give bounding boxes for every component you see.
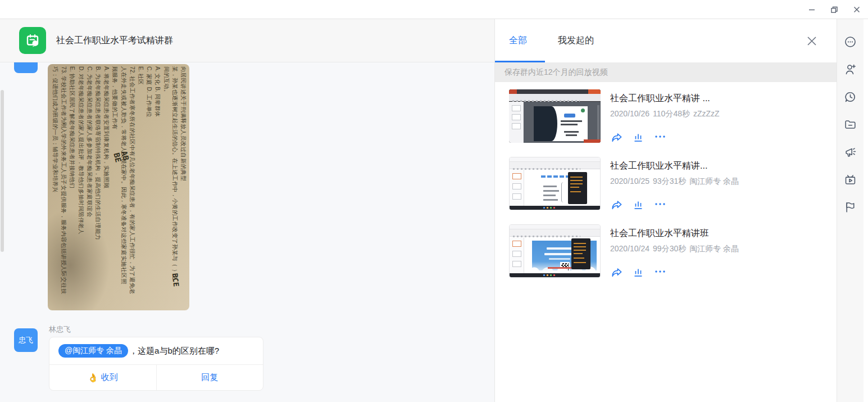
photo-message[interactable]: 向居民讲述关于刑满释放人员改过自新的典型 某，孙某也逐渐树立起生活的信心。在上述… [48,64,189,310]
minimize-icon [808,6,816,13]
more-icon[interactable] [654,198,666,210]
close-icon [806,35,818,47]
share-icon[interactable] [610,198,622,210]
sender-name: 林忠飞 [49,324,71,335]
tab-mine-label: 我发起的 [558,35,594,47]
ack-button[interactable]: 👌 收到 [49,365,156,390]
video-date: 2020/10/24 [610,244,649,254]
video-list-item[interactable]: 社会工作职业水平精讲... 2020/10/25 93分31秒 闽江师专 余晶 [495,157,837,224]
close-icon [853,6,861,13]
minimize-button[interactable] [801,2,823,17]
stats-icon[interactable] [632,266,644,277]
share-icon[interactable] [610,266,622,277]
ack-label: 收到 [101,372,118,383]
message-bubble: @闽江师专 余晶 ，这题a与b的区别在哪? 👌 收到 回复 [49,337,263,391]
chat-pane: 社会工作职业水平考试精讲群 向居民讲述关于刑满释放人员改过自新的典型 某，孙某也… [0,19,494,402]
video-title: 社会工作职业水平精讲班 [610,228,827,240]
video-list-item[interactable]: 社会工作职业水平精讲 ... 2020/10/26 110分48秒 zZzZzZ [495,89,837,157]
video-duration: 99分30秒 [653,244,686,254]
share-icon[interactable] [610,131,622,142]
video-duration: 110分48秒 [653,109,690,119]
retention-notice: 保存群内近12个月的回放视频 [495,62,837,82]
more-icon[interactable] [654,131,666,142]
titlebar [0,0,868,19]
video-meta: 2020/10/25 93分31秒 闽江师专 余晶 [610,177,827,187]
side-toolbar [837,19,864,402]
exam-page-annotations [49,66,188,308]
video-date: 2020/10/26 [610,109,649,119]
app-window: 社会工作职业水平考试精讲群 向居民讲述关于刑满释放人员改过自新的典型 某，孙某也… [0,0,868,402]
replay-video-icon[interactable] [844,173,857,186]
chat-message-list: 向居民讲述关于刑满释放人员改过自新的典型 某，孙某也逐渐树立起生活的信心。在上述… [0,62,494,402]
tab-all[interactable]: 全部 [495,19,545,62]
video-meta: 2020/10/26 110分48秒 zZzZzZ [610,109,827,119]
chat-history-icon[interactable] [844,90,857,103]
replay-tabs-header: 全部 我发起的 [495,19,837,62]
video-list-item[interactable]: 社会工作职业水平精讲班 2020/10/24 99分30秒 闽江师专 余晶 [495,224,837,292]
video-meta: 2020/10/24 99分30秒 闽江师专 余晶 [610,244,827,254]
reply-button[interactable]: 回复 [156,365,263,390]
video-list: 社会工作职业水平精讲 ... 2020/10/26 110分48秒 zZzZzZ [495,82,837,292]
add-member-icon[interactable] [844,62,857,76]
video-thumbnail[interactable] [509,224,601,278]
group-calendar-icon [19,27,46,54]
active-tab-underline [495,61,545,62]
close-window-button[interactable] [846,2,868,17]
flag-icon[interactable] [844,200,857,214]
restore-button[interactable] [823,2,846,17]
video-title: 社会工作职业水平精讲 ... [610,93,827,105]
tab-mine[interactable]: 我发起的 [558,19,594,62]
video-title: 社会工作职业水平精讲... [610,160,827,172]
video-uploader: 闽江师专 余晶 [689,244,739,254]
replay-panel: 全部 我发起的 保存群内近12个月的回放视频 [494,19,837,402]
mention-chip[interactable]: @闽江师专 余晶 [58,344,128,358]
video-date: 2020/10/25 [610,177,649,187]
announcement-icon[interactable] [844,145,857,159]
stats-icon[interactable] [632,131,644,142]
more-icon[interactable] [654,266,666,277]
ok-hand-emoji-icon: 👌 [88,373,98,383]
group-title: 社会工作职业水平考试精讲群 [56,35,173,47]
tab-all-label: 全部 [509,35,527,47]
reply-label: 回复 [201,372,218,383]
chat-scrollbar[interactable] [1,90,4,252]
close-panel-button[interactable] [806,35,818,47]
folder-icon[interactable] [844,118,857,131]
message-text: ，这题a与b的区别在哪? [129,346,219,356]
video-duration: 93分31秒 [653,177,686,187]
more-circle-icon[interactable] [844,35,857,48]
video-uploader: 闽江师专 余晶 [689,177,739,187]
video-thumbnail[interactable] [509,157,601,210]
avatar[interactable]: 忠飞 [14,328,38,352]
stats-icon[interactable] [632,198,644,210]
video-thumbnail[interactable] [509,89,601,143]
avatar[interactable] [14,62,38,73]
video-uploader: zZzZzZ [693,109,720,119]
restore-icon [830,6,838,13]
chat-header: 社会工作职业水平考试精讲群 [0,19,494,62]
